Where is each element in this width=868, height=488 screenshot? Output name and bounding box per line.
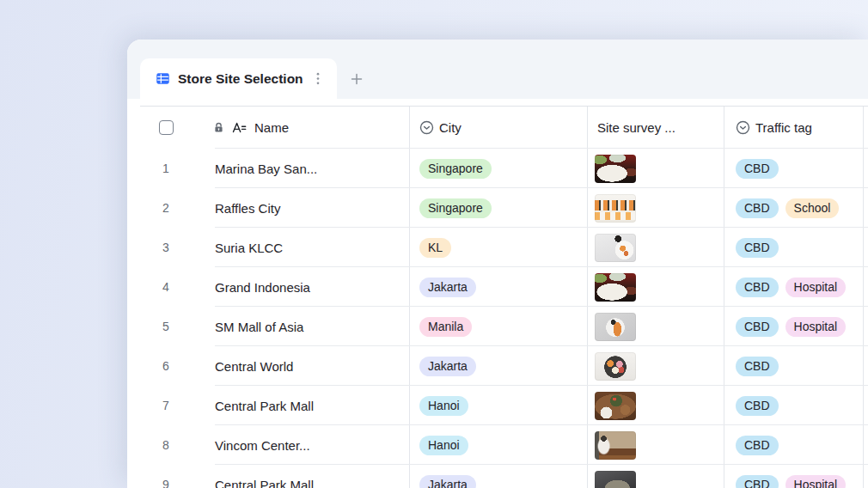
name-cell[interactable]: Vincom Center... — [192, 425, 409, 465]
row-number-cell[interactable]: 4 — [140, 267, 192, 307]
add-table-button[interactable] — [339, 58, 375, 99]
traffic-tag-cell[interactable]: CBDHospital — [724, 465, 868, 488]
marble-plate-photo[interactable] — [595, 234, 636, 262]
city-tag: Hanoi — [419, 436, 468, 455]
row-number-cell[interactable]: 8 — [140, 425, 192, 465]
traffic-tag: CBD — [736, 317, 779, 337]
city-tag: Jakarta — [419, 357, 476, 376]
table-row[interactable]: 8Vincom Center...HanoiCBD — [140, 425, 868, 465]
table-header-row: Name City Site survey ... — [140, 107, 868, 149]
gray-plate-photo[interactable] — [595, 313, 636, 341]
site-survey-cell[interactable] — [587, 228, 724, 267]
name-cell[interactable]: Central World — [192, 346, 409, 386]
row-number-cell[interactable]: 6 — [140, 346, 192, 386]
row-number-cell[interactable]: 1 — [140, 149, 192, 188]
site-survey-cell[interactable] — [587, 386, 724, 425]
table-row[interactable]: 4Grand IndonesiaJakartaCBDHospital — [140, 267, 868, 307]
table-tab-bar: Store Site Selection — [127, 40, 868, 99]
traffic-tag-cell[interactable]: CBD — [724, 149, 868, 188]
city-cell[interactable]: Jakarta — [409, 346, 587, 386]
store-name: Vincom Center... — [215, 438, 310, 453]
city-cell[interactable]: KL — [409, 228, 587, 267]
row-number: 6 — [162, 359, 169, 373]
traffic-tag: CBD — [736, 198, 779, 218]
kebab-menu-icon[interactable] — [315, 70, 321, 87]
city-tag: KL — [419, 238, 451, 258]
site-survey-cell[interactable] — [587, 346, 724, 386]
store-name: Central Park Mall — [215, 478, 314, 488]
sushi-rolls-photo[interactable] — [595, 194, 636, 223]
table-row[interactable]: 6Central WorldJakartaCBD — [140, 346, 868, 386]
name-cell[interactable]: Marina Bay San... — [192, 149, 409, 188]
column-header-site-survey[interactable]: Site survey ... — [587, 107, 724, 149]
sushi-platter-photo[interactable] — [595, 352, 636, 381]
site-survey-cell[interactable] — [587, 267, 724, 307]
table-row[interactable]: 7Central Park MallHanoiCBD — [140, 386, 868, 425]
store-name: Grand Indonesia — [215, 280, 310, 295]
traffic-tag-cell[interactable]: CBD — [724, 386, 868, 425]
column-header-label: City — [439, 120, 462, 135]
traffic-tag: Hospital — [785, 278, 847, 297]
site-survey-cell[interactable] — [587, 188, 724, 228]
site-survey-cell[interactable] — [587, 425, 724, 465]
name-cell[interactable]: SM Mall of Asia — [192, 307, 409, 346]
data-table: Name City Site survey ... — [140, 106, 868, 488]
city-tag: Jakarta — [419, 278, 476, 297]
lock-icon — [213, 122, 224, 133]
city-cell[interactable]: Jakarta — [409, 267, 587, 307]
tab-store-site-selection[interactable]: Store Site Selection — [140, 58, 337, 99]
column-header-label: Traffic tag — [755, 120, 812, 135]
table-row[interactable]: 3Suria KLCCKLCBD — [140, 228, 868, 267]
dark-counter-photo[interactable] — [595, 471, 636, 488]
row-number: 5 — [162, 320, 169, 333]
column-header-label: Site survey ... — [597, 120, 675, 135]
row-number-cell[interactable]: 7 — [140, 386, 192, 425]
city-cell[interactable]: Hanoi — [409, 425, 587, 465]
table-row[interactable]: 2Raffles CitySingaporeCBDSchool — [140, 188, 868, 228]
name-cell[interactable]: Raffles City — [192, 188, 409, 228]
rice-set-photo[interactable] — [595, 155, 636, 183]
name-cell[interactable]: Grand Indonesia — [192, 267, 409, 307]
row-number-cell[interactable]: 5 — [140, 307, 192, 346]
traffic-tag: CBD — [736, 238, 779, 258]
traffic-tag-cell[interactable]: CBD — [724, 346, 868, 386]
traffic-tag-cell[interactable]: CBD — [724, 425, 868, 465]
row-number-cell[interactable]: 2 — [140, 188, 192, 228]
traffic-tag-cell[interactable]: CBDSchool — [724, 188, 868, 228]
city-tag: Singapore — [419, 198, 492, 218]
row-number-cell[interactable]: 9 — [140, 465, 192, 488]
row-number: 3 — [162, 241, 169, 254]
column-header-name[interactable]: Name — [192, 107, 409, 149]
column-header-city[interactable]: City — [409, 107, 587, 149]
city-cell[interactable]: Singapore — [409, 149, 587, 188]
row-number-cell[interactable]: 3 — [140, 228, 192, 267]
city-cell[interactable]: Hanoi — [409, 386, 587, 425]
city-cell[interactable]: Singapore — [409, 188, 587, 228]
city-cell[interactable]: Jakarta — [409, 465, 587, 488]
table-row[interactable]: 5SM Mall of AsiaManilaCBDHospital — [140, 307, 868, 346]
name-cell[interactable]: Central Park Mall — [192, 465, 409, 488]
column-header-traffic-tag[interactable]: Traffic tag — [724, 107, 868, 149]
store-name: Raffles City — [215, 201, 280, 216]
single-select-icon — [736, 120, 750, 135]
name-cell[interactable]: Suria KLCC — [192, 228, 409, 267]
table-row[interactable]: 9Central Park MallJakartaCBDHospital — [140, 465, 868, 488]
traffic-tag-cell[interactable]: CBD — [724, 228, 868, 267]
site-survey-cell[interactable] — [587, 465, 724, 488]
traffic-tag: Hospital — [785, 475, 847, 488]
rice-set-photo[interactable] — [595, 273, 636, 302]
table-row[interactable]: 1Marina Bay San...SingaporeCBD — [140, 149, 868, 188]
traffic-tag-cell[interactable]: CBDHospital — [724, 267, 868, 307]
select-all-checkbox[interactable] — [159, 120, 174, 135]
city-cell[interactable]: Manila — [409, 307, 587, 346]
kitchen-photo[interactable] — [595, 431, 636, 460]
site-survey-cell[interactable] — [587, 149, 724, 188]
traffic-tag: CBD — [736, 278, 779, 297]
site-survey-cell[interactable] — [587, 307, 724, 346]
row-number: 2 — [162, 201, 169, 215]
wooden-tray-photo[interactable] — [595, 392, 636, 420]
city-tag: Jakarta — [419, 475, 476, 488]
name-cell[interactable]: Central Park Mall — [192, 386, 409, 425]
traffic-tag-cell[interactable]: CBDHospital — [724, 307, 868, 346]
traffic-tag: CBD — [736, 436, 779, 455]
